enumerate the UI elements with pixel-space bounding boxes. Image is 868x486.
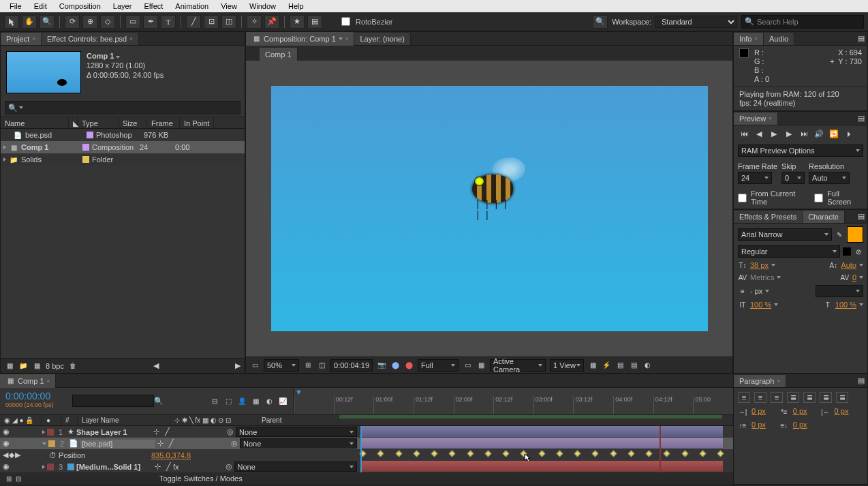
grid-icon[interactable]: ⊞: [303, 361, 313, 370]
col-frame[interactable]: Frame ...: [147, 117, 180, 128]
project-item[interactable]: ▦ Comp 1 Composition 24 0:00: [1, 141, 245, 153]
project-item[interactable]: 📁 Solids Folder: [1, 153, 245, 166]
tab-composition[interactable]: ▦Composition: Comp 1×: [246, 32, 354, 46]
parent-select[interactable]: None: [234, 461, 357, 472]
panel-menu-icon[interactable]: ▤: [855, 114, 867, 123]
expand-icon[interactable]: [42, 430, 45, 434]
fast-preview-icon[interactable]: ⚡: [602, 361, 611, 370]
resolution-select[interactable]: Full: [418, 359, 459, 371]
label-swatch[interactable]: [48, 440, 55, 447]
col-label[interactable]: ◣: [69, 117, 78, 128]
timecode-display[interactable]: 0:00:04:19: [330, 359, 373, 371]
parent-pickwhip-icon[interactable]: ◎: [227, 427, 234, 436]
tab-timeline-comp[interactable]: ▦Comp 1×: [0, 374, 56, 388]
align-center-icon[interactable]: ≡: [754, 392, 766, 403]
indent-left-value[interactable]: 0 px: [751, 407, 766, 416]
selection-tool[interactable]: [4, 15, 19, 29]
from-current-checkbox[interactable]: [738, 194, 747, 202]
fill-color-swatch[interactable]: [847, 226, 863, 243]
pan-behind-tool[interactable]: ◇: [100, 15, 115, 29]
parent-select[interactable]: None: [236, 427, 357, 437]
justify-center-icon[interactable]: ≣: [803, 392, 816, 403]
scroll-left-icon[interactable]: ◀: [153, 361, 159, 370]
menu-window[interactable]: Window: [244, 1, 281, 12]
timeline-layer-row[interactable]: ◉ 2 📄 [bee.psd] ⊹╱ ◎ None: [0, 438, 733, 449]
stroke-width-value[interactable]: - px: [750, 287, 762, 295]
no-stroke-icon[interactable]: ⊘: [854, 247, 863, 256]
space-after-value[interactable]: 0 px: [793, 421, 807, 430]
tab-preview[interactable]: Preview×: [734, 112, 778, 125]
skip-select[interactable]: 0: [781, 172, 805, 184]
menu-file[interactable]: File: [4, 1, 27, 12]
col-name[interactable]: Name: [1, 117, 69, 128]
vscale-value[interactable]: 100 %: [835, 301, 856, 309]
menu-effect[interactable]: Effect: [138, 1, 168, 12]
menu-help[interactable]: Help: [283, 1, 309, 12]
full-screen-checkbox[interactable]: [814, 194, 823, 202]
menu-layer[interactable]: Layer: [108, 1, 138, 12]
timeline-property-row[interactable]: ◀◆▶ ⏱ Position 835.0,374.8: [0, 449, 733, 461]
channel-icon[interactable]: ⬤: [390, 361, 400, 370]
mask-icon[interactable]: ◫: [317, 361, 326, 370]
close-icon[interactable]: ×: [32, 35, 35, 42]
tab-info[interactable]: Info×: [734, 33, 764, 45]
brush-tool[interactable]: ╱: [186, 15, 201, 29]
audio-icon[interactable]: 🔊: [813, 128, 825, 139]
zoom-select[interactable]: 50%: [264, 359, 299, 371]
close-icon[interactable]: ×: [345, 35, 349, 42]
puppet-tool[interactable]: 📌: [264, 15, 279, 29]
parent-pickwhip-icon[interactable]: ◎: [226, 462, 232, 471]
views-select[interactable]: 1 View: [550, 359, 584, 371]
font-size-value[interactable]: 38 px: [750, 261, 769, 269]
ram-preview-icon[interactable]: ⏵: [843, 128, 855, 139]
col-inpoint[interactable]: In Point: [180, 117, 214, 128]
label-swatch[interactable]: [47, 429, 54, 436]
align-left-icon[interactable]: ≡: [738, 392, 750, 403]
menu-composition[interactable]: Composition: [54, 1, 106, 12]
roto-tool[interactable]: ✧: [247, 15, 262, 29]
hscale-value[interactable]: 100 %: [750, 301, 771, 309]
camera-select[interactable]: Active Camera: [490, 359, 546, 371]
pixel-aspect-icon[interactable]: ▦: [588, 361, 598, 370]
eraser-tool[interactable]: ◫: [221, 15, 236, 29]
graph-editor-icon[interactable]: 📈: [278, 396, 288, 406]
layers-icon[interactable]: ▤: [307, 15, 322, 29]
leading-value[interactable]: Auto: [841, 261, 856, 269]
time-ruler[interactable]: ▼ 00:12f01:00f01:12f02:00f02:12f03:00f03…: [293, 388, 733, 414]
indent-right-value[interactable]: 0 px: [835, 407, 849, 416]
project-item[interactable]: 📄 bee.psd Photoshop 976 KB: [1, 129, 245, 141]
snapshot-icon[interactable]: 📷: [377, 361, 386, 370]
position-value[interactable]: 835.0,374.8: [151, 451, 191, 459]
timeline-icon[interactable]: ▤: [615, 361, 625, 370]
rectangle-tool[interactable]: ▭: [125, 15, 140, 29]
workspace-select[interactable]: Standard: [655, 16, 737, 28]
transparency-icon[interactable]: ▦: [476, 361, 486, 370]
motion-blur-icon[interactable]: ◐: [264, 396, 274, 406]
tab-effect-controls[interactable]: Effect Controls: bee.psd×: [42, 33, 139, 45]
label-swatch[interactable]: [47, 464, 54, 470]
shy-icon[interactable]: 👤: [237, 396, 247, 406]
comp-mini-tab[interactable]: Comp 1: [260, 48, 298, 61]
folder-icon[interactable]: 📁: [18, 361, 28, 371]
tab-effects-presets[interactable]: Effects & Presets: [734, 211, 803, 223]
panel-menu-icon[interactable]: ▤: [855, 212, 867, 221]
new-comp-icon[interactable]: ▦: [32, 361, 42, 371]
roi-icon[interactable]: ▭: [463, 361, 472, 370]
clone-tool[interactable]: ⊡: [204, 15, 219, 29]
panel-menu-icon[interactable]: ▤: [855, 34, 867, 43]
type-tool[interactable]: T: [161, 15, 176, 29]
expand-icon[interactable]: [42, 465, 45, 469]
menu-view[interactable]: View: [215, 1, 243, 12]
framerate-select[interactable]: 24: [738, 172, 772, 184]
stopwatch-icon[interactable]: ⏱: [49, 451, 57, 459]
stroke-type-select[interactable]: [816, 285, 863, 297]
tab-project[interactable]: Project×: [1, 33, 42, 45]
visibility-icon[interactable]: ◉: [3, 462, 10, 471]
composition-viewer[interactable]: [246, 61, 732, 356]
flowchart-icon[interactable]: ▤: [629, 361, 638, 370]
current-time[interactable]: 0:00:00:00 00000 (24.00 fps): [0, 388, 68, 414]
menu-edit[interactable]: Edit: [29, 1, 52, 12]
timeline-layer-row[interactable]: ◉ 3 [Medium...Solid 1] ⊹╱fx ◎ None: [0, 461, 733, 472]
tab-audio[interactable]: Audio: [764, 33, 794, 45]
camera-tool[interactable]: ⊕: [82, 15, 97, 29]
